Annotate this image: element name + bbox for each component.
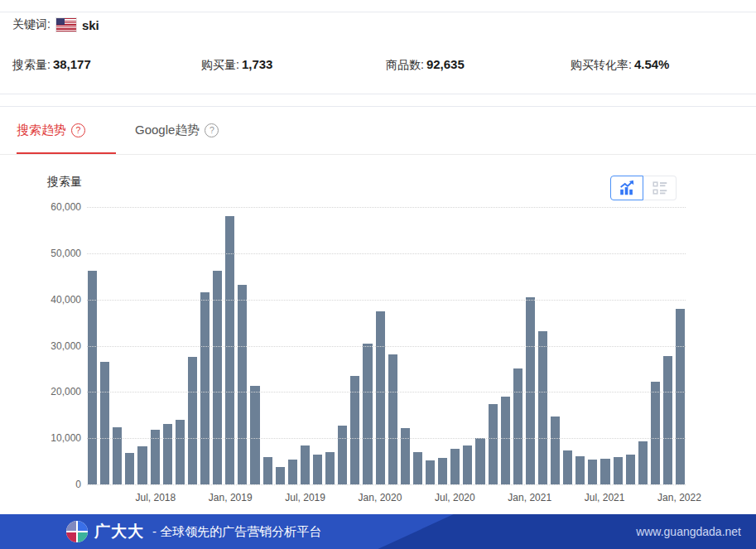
keyword-row: 关键词: ski: [12, 17, 99, 32]
bar-chart-icon: [618, 179, 636, 197]
gridline: [87, 438, 686, 439]
top-divider: [0, 12, 756, 12]
chart-bar-aug-2020: [463, 445, 472, 484]
list-view-icon: [651, 179, 669, 197]
chart-bar-feb-2018: [88, 271, 97, 485]
chart-bar-may-2020: [426, 460, 435, 484]
stat-value: 38,177: [53, 57, 91, 71]
chart-bar-mar-2020: [401, 428, 410, 484]
stat-value: 92,635: [426, 57, 465, 71]
gridline: [87, 300, 686, 301]
x-axis-tick: Jan, 2019: [209, 492, 253, 503]
guangdada-logo-icon: [66, 521, 88, 542]
chart-bar-oct-2019: [338, 426, 347, 484]
tab-search-trend[interactable]: 搜索趋势 ?: [17, 123, 85, 138]
chart-bar-nov-2018: [200, 292, 209, 484]
tabs-bottom-border: [0, 154, 756, 155]
gridline: [87, 392, 686, 392]
stat-label: 搜索量:: [12, 58, 51, 71]
chart-bar-feb-2020: [388, 354, 397, 484]
chart-bar-dec-2021: [663, 356, 672, 484]
chart-bar-jun-2020: [438, 458, 447, 484]
chart-bar-jul-2020: [450, 449, 460, 484]
x-axis-tick: Jul, 2021: [585, 492, 625, 503]
chart-bar-jun-2021: [588, 460, 597, 484]
chart-bar-jan-2020: [376, 311, 385, 484]
footer: 广大大 - 全球领先的广告营销分析平台 www.guangdada.net: [0, 514, 756, 549]
chart-bar-dec-2018: [213, 271, 222, 485]
chart-bar-apr-2020: [413, 452, 422, 484]
chart-bar-feb-2019: [238, 285, 247, 484]
brand-name: 广大大: [94, 521, 144, 542]
stat-label: 购买量:: [201, 58, 239, 71]
gridline: [87, 346, 686, 347]
chart-bar-jun-2018: [137, 446, 147, 484]
x-axis-tick: Jul, 2019: [285, 492, 325, 503]
chart-bar-jun-2019: [288, 460, 297, 484]
chart-bar-apr-2021: [563, 450, 572, 484]
chart-bar-dec-2020: [513, 368, 522, 484]
stat-purchase-volume: 购买量:1,733: [201, 57, 272, 73]
chart-bar-mar-2018: [100, 362, 109, 484]
chart-bar-jan-2022: [676, 309, 685, 484]
site-url: www.guangdada.net: [636, 514, 741, 549]
x-axis-tick: Jul, 2020: [435, 492, 475, 503]
chart-plot-area: [87, 207, 686, 484]
y-axis-tick: 30,000: [51, 340, 81, 352]
stat-label: 商品数:: [386, 58, 424, 71]
stat-value: 1,733: [242, 57, 273, 71]
chart-bar-may-2018: [125, 453, 134, 484]
chart-bar-oct-2020: [489, 404, 498, 484]
gridline: [87, 253, 686, 254]
gridline: [87, 207, 686, 208]
help-icon[interactable]: ?: [205, 123, 219, 137]
chart-bar-oct-2021: [638, 441, 648, 484]
chart-bar-may-2021: [575, 456, 585, 484]
chart-bar-may-2019: [276, 467, 285, 484]
gridline: [87, 484, 686, 485]
stat-product-count: 商品数:92,635: [386, 57, 465, 73]
chart-view-toggle-group: [610, 176, 677, 200]
chart-bar-jan-2019: [225, 216, 234, 484]
chart-view-button[interactable]: [610, 176, 643, 200]
chart-bar-nov-2021: [651, 382, 660, 484]
chart-bar-dec-2019: [363, 344, 372, 484]
chart-bar-sep-2020: [475, 438, 484, 484]
chart-bar-sep-2018: [176, 420, 185, 484]
tab-label: Google趋势: [135, 123, 200, 138]
stat-conversion-rate: 购买转化率:4.54%: [571, 57, 669, 73]
keyword-label: 关键词:: [12, 17, 51, 32]
y-axis-tick: 10,000: [51, 432, 81, 444]
chart-bar-mar-2019: [250, 386, 259, 484]
chart-bar-jul-2019: [301, 445, 310, 484]
help-icon[interactable]: ?: [71, 123, 85, 137]
y-axis-tick: 20,000: [51, 386, 81, 397]
x-axis-tick: Jan, 2021: [508, 492, 551, 503]
x-axis-tick: Jan, 2022: [657, 492, 701, 503]
chart-bar-aug-2021: [614, 457, 623, 484]
chart-bar-feb-2021: [538, 331, 547, 484]
chart-bar-mar-2021: [551, 417, 560, 484]
chart-bar-jul-2021: [600, 459, 609, 484]
chart-y-axis-title: 搜索量: [47, 175, 82, 190]
page: 关键词: ski 搜索量:38,177 购买量:1,733 商品数:92,635…: [0, 0, 756, 549]
chart-bar-nov-2020: [501, 397, 510, 484]
tab-google-trend[interactable]: Google趋势 ?: [135, 123, 219, 138]
y-axis-tick: 60,000: [51, 201, 81, 213]
keyword-value: ski: [82, 18, 99, 32]
brand-tagline: - 全球领先的广告营销分析平台: [152, 524, 321, 540]
x-axis: Jul, 2018Jan, 2019Jul, 2019Jan, 2020Jul,…: [87, 492, 686, 505]
us-flag-icon: [56, 18, 76, 31]
table-view-button[interactable]: [643, 176, 677, 200]
y-axis-tick: 40,000: [51, 294, 81, 306]
stat-label: 购买转化率:: [571, 58, 632, 71]
chart-bar-apr-2018: [113, 427, 122, 484]
chart-bar-apr-2019: [263, 457, 272, 484]
tab-label: 搜索趋势: [17, 123, 66, 138]
x-axis-tick: Jan, 2020: [359, 492, 402, 503]
chart-bar-sep-2021: [626, 455, 635, 484]
chart-bar-jan-2021: [526, 297, 535, 484]
section-divider-bottom: [0, 106, 756, 107]
section-divider-top: [0, 94, 756, 94]
stat-value: 4.54%: [634, 57, 670, 71]
